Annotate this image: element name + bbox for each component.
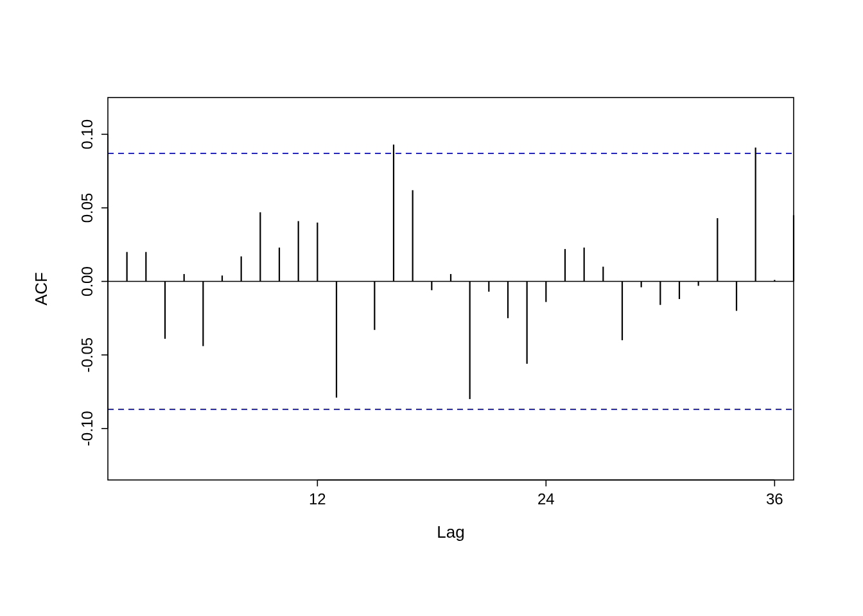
- acf-chart: 122436-0.10-0.050.000.050.10LagACF: [0, 0, 863, 616]
- y-axis-label: ACF: [31, 272, 51, 305]
- x-tick-label: 36: [766, 490, 783, 508]
- y-tick-label: -0.05: [78, 338, 96, 373]
- y-tick-label: 0.10: [78, 119, 96, 150]
- plot-box: [108, 98, 794, 480]
- x-tick-label: 12: [309, 490, 326, 508]
- y-tick-label: -0.10: [78, 411, 96, 446]
- x-axis-label: Lag: [437, 522, 464, 542]
- x-tick-label: 24: [537, 490, 555, 508]
- y-tick-label: 0.00: [78, 266, 96, 296]
- acf-svg: 122436-0.10-0.050.000.050.10LagACF: [0, 0, 863, 616]
- y-tick-label: 0.05: [78, 193, 96, 223]
